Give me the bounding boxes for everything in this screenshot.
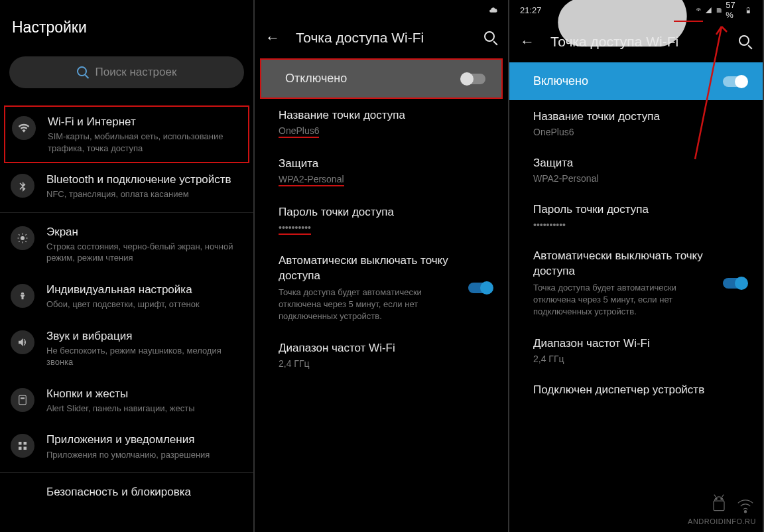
back-button[interactable]: ← [265, 29, 280, 46]
divider [0, 212, 253, 213]
page-title: Настройки [0, 0, 253, 50]
setting-band[interactable]: Диапазон частот Wi-Fi 2,4 ГГц [509, 327, 763, 373]
item-subtitle: SIM-карты, мобильная сеть, использование… [48, 131, 241, 154]
item-title: Приложения и уведомления [46, 432, 243, 447]
setting-security[interactable]: Защита WPA2-Personal [509, 147, 763, 193]
svg-rect-1 [19, 395, 27, 405]
setting-band[interactable]: Диапазон частот Wi-Fi 2,4 ГГц [255, 332, 508, 378]
setting-value: •••••••••• [279, 222, 484, 235]
wifi-icon [735, 494, 756, 515]
setting-description: Точка доступа будет автоматически отключ… [533, 282, 716, 318]
setting-value: •••••••••• [533, 220, 739, 230]
item-title: Безопасность и блокировка [46, 485, 243, 499]
setting-auto-off[interactable]: Автоматически выключать точку доступа То… [509, 239, 763, 327]
item-title: Экран [46, 225, 243, 239]
no-sim-icon [716, 6, 723, 15]
setting-title: Защита [533, 156, 739, 171]
setting-title: Диапазон частот Wi-Fi [279, 341, 484, 356]
search-icon[interactable] [739, 35, 752, 48]
back-button[interactable]: ← [520, 33, 535, 50]
toggle-switch[interactable] [468, 283, 492, 293]
setting-password[interactable]: Пароль точки доступа •••••••••• [509, 193, 763, 239]
status-bar: 21:27 57 % [509, 0, 763, 20]
annotation-underline [674, 21, 703, 22]
setting-password[interactable]: Пароль точки доступа •••••••••• [255, 196, 508, 244]
setting-value: 2,4 ГГц [279, 358, 484, 369]
item-title: Bluetooth и подключение устройств [46, 172, 243, 187]
setting-description: Точка доступа будет автоматически отключ… [279, 287, 462, 323]
page-title: Точка доступа Wi-Fi [550, 34, 723, 50]
setting-device-manager[interactable]: Подключен диспетчер устройств [509, 373, 763, 409]
item-subtitle: NFC, трансляция, оплата касанием [46, 188, 243, 200]
settings-item-apps[interactable]: Приложения и уведомления Приложения по у… [0, 423, 253, 470]
search-input[interactable]: Поиск настроек [9, 56, 244, 88]
status-time: 21:27 [520, 5, 542, 15]
hotspot-panel-on: 21:27 57 % ← Точка доступа Wi-Fi Включен… [509, 0, 764, 532]
battery-percent: 57 % [726, 0, 741, 20]
divider [0, 472, 253, 473]
toggle-label: Включено [533, 74, 588, 88]
toggle-switch[interactable] [723, 278, 747, 289]
item-subtitle: Приложения по умолчанию, разрешения [46, 449, 243, 461]
toggle-switch[interactable] [723, 76, 747, 87]
search-placeholder: Поиск настроек [96, 66, 177, 79]
svg-rect-4 [24, 442, 27, 445]
svg-line-15 [722, 495, 724, 497]
header: ← Точка доступа Wi-Fi [255, 20, 508, 58]
page-title: Точка доступа Wi-Fi [296, 30, 468, 46]
setting-value: OnePlus6 [279, 125, 484, 138]
item-title: Звук и вибрация [46, 329, 243, 344]
setting-security[interactable]: Защита WPA2-Personal [255, 147, 508, 196]
svg-rect-11 [714, 501, 724, 510]
toggle-switch[interactable] [462, 74, 485, 84]
hotspot-panel-off: ← Точка доступа Wi-Fi Отключено Название… [255, 0, 509, 532]
setting-hotspot-name[interactable]: Название точки доступа OnePlus6 [509, 100, 763, 147]
status-bar [255, 0, 508, 20]
setting-value: OnePlus6 [533, 127, 739, 137]
setting-title: Пароль точки доступа [279, 205, 484, 220]
customize-icon [11, 284, 34, 308]
item-subtitle: Не беспокоить, режим наушников, мелодия … [46, 345, 243, 368]
hotspot-toggle-row[interactable]: Отключено [260, 58, 503, 99]
signal-icon [705, 6, 712, 15]
svg-rect-6 [24, 447, 27, 450]
setting-title: Защита [279, 157, 484, 172]
settings-item-display[interactable]: Экран Строка состояния, черно-белый экра… [0, 216, 253, 273]
settings-item-wifi[interactable]: Wi-Fi и Интернет SIM-карты, мобильная се… [4, 105, 249, 163]
setting-title: Название точки доступа [533, 109, 739, 125]
settings-item-bluetooth[interactable]: Bluetooth и подключение устройств NFC, т… [0, 163, 253, 210]
svg-line-14 [714, 495, 716, 497]
setting-auto-off[interactable]: Автоматически выключать точку доступа То… [255, 244, 508, 332]
item-title: Wi-Fi и Интернет [48, 115, 241, 129]
setting-hotspot-name[interactable]: Название точки доступа OnePlus6 [255, 99, 508, 147]
cloud-icon [489, 6, 497, 15]
item-subtitle: Обои, цвет подсветки, шрифт, оттенок [46, 299, 243, 310]
setting-title: Подключен диспетчер устройств [533, 383, 739, 398]
item-subtitle: Строка состояния, черно-белый экран, ноч… [46, 241, 243, 264]
svg-point-0 [21, 236, 25, 240]
settings-panel: Настройки Поиск настроек Wi-Fi и Интерне… [0, 0, 255, 532]
battery-icon [745, 6, 752, 15]
svg-rect-10 [748, 7, 749, 8]
watermark: ANDROIDINFO.RU [688, 494, 756, 525]
svg-rect-2 [21, 397, 25, 399]
svg-rect-3 [19, 442, 22, 445]
item-title: Индивидуальная настройка [46, 283, 243, 297]
toggle-label: Отключено [285, 72, 347, 86]
svg-point-16 [744, 511, 746, 513]
search-icon[interactable] [484, 31, 497, 44]
svg-rect-5 [19, 447, 22, 450]
setting-title: Автоматически выключать точку доступа [533, 249, 716, 279]
settings-item-buttons[interactable]: Кнопки и жесты Alert Slider, панель нави… [0, 377, 253, 424]
settings-item-sound[interactable]: Звук и вибрация Не беспокоить, режим нау… [0, 320, 253, 377]
item-title: Кнопки и жесты [46, 387, 243, 401]
setting-value: WPA2-Personal [279, 174, 484, 186]
settings-item-security[interactable]: Безопасность и блокировка [0, 476, 253, 519]
setting-value: WPA2-Personal [533, 173, 739, 184]
hotspot-icon [695, 6, 702, 15]
watermark-text: ANDROIDINFO.RU [688, 517, 756, 525]
apps-icon [11, 434, 34, 458]
svg-point-7 [698, 9, 699, 11]
settings-item-customization[interactable]: Индивидуальная настройка Обои, цвет подс… [0, 273, 253, 320]
item-subtitle: Alert Slider, панель навигации, жесты [46, 403, 243, 415]
